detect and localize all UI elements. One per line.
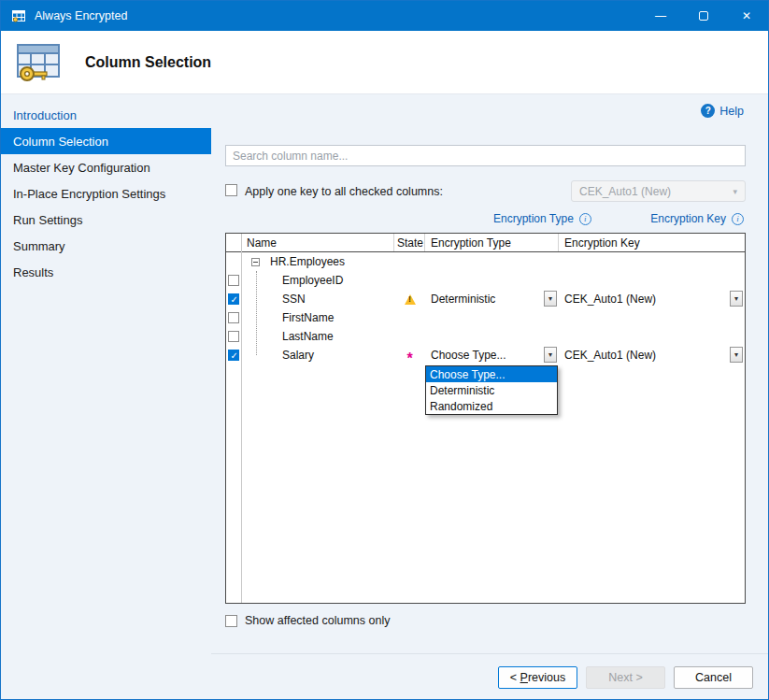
help-icon: ? [701,104,715,118]
encryption-key-link-label: Encryption Key [650,212,726,225]
grid-header-name: Name [241,234,394,251]
cancel-button[interactable]: Cancel [674,666,753,689]
table-row-lastname[interactable]: LastName [226,327,745,346]
sidebar-item-column-selection[interactable]: Column Selection [1,128,211,154]
grid-header-encryption-key: Encryption Key [559,234,745,251]
table-row-hr-employees[interactable]: HR.Employees [226,252,745,271]
grid-header-encryption-type: Encryption Type [425,234,559,251]
next-button[interactable]: Next > [586,666,665,689]
encryption-key-link[interactable]: Encryption Key i [650,212,744,225]
minimize-button[interactable]: — [639,1,682,31]
app-icon [11,8,26,23]
encryption-type-link-label: Encryption Type [493,212,574,225]
column-checkbox-employeeid[interactable] [228,275,239,286]
dropdown-option-deterministic[interactable]: Deterministic [426,382,557,398]
show-affected-checkbox[interactable] [225,615,237,627]
column-checkbox-salary[interactable] [228,350,239,361]
apply-key-dropdown[interactable]: CEK_Auto1 (New) ▾ [571,180,746,202]
column-name: FirstName [241,311,334,324]
encryption-key-dropdown-button[interactable]: ▾ [730,347,743,363]
encryption-type-dropdown-button[interactable]: ▾ [544,347,557,363]
table-row-ssn[interactable]: SSN Deterministic ▾ CEK_Auto1 (New) ▾ [226,290,745,308]
show-affected-label: Show affected columns only [245,614,390,627]
table-group-label: HR.Employees [270,255,345,268]
column-name: SSN [241,293,306,306]
wizard-steps-sidebar: Introduction Column Selection Master Key… [1,94,211,699]
wizard-buttons: < Previous Next > Cancel [498,666,753,689]
wizard-header: Column Selection [1,31,768,94]
chevron-down-icon: ▾ [733,187,737,196]
column-name: LastName [241,330,334,343]
encryption-type-link[interactable]: Encryption Type i [493,212,591,225]
encryption-key-value: CEK_Auto1 (New) [564,349,656,362]
sidebar-item-master-key-configuration[interactable]: Master Key Configuration [1,154,211,180]
window-title: Always Encrypted [35,9,127,22]
encryption-type-open-dropdown: Choose Type... Deterministic Randomized [425,365,558,415]
encryption-type-value: Deterministic [431,293,495,306]
encryption-type-value: Choose Type... [431,349,506,362]
collapse-expander-icon[interactable] [251,258,260,266]
table-row-employeeid[interactable]: EmployeeID [226,271,745,290]
grid-header-row: Name State Encryption Type Encryption Ke… [226,234,745,252]
encryption-key-value: CEK_Auto1 (New) [564,293,656,306]
sidebar-item-run-settings[interactable]: Run Settings [1,207,211,233]
table-row-salary[interactable]: Salary * Choose Type... ▾ CEK_Auto1 (New… [226,346,745,364]
wizard-body: Introduction Column Selection Master Key… [1,94,768,699]
info-icon[interactable]: i [579,213,591,225]
always-encrypted-wizard-window: Always Encrypted — ✕ Column Selection [0,0,769,700]
sidebar-item-in-place-encryption-settings[interactable]: In-Place Encryption Settings [1,180,211,207]
dropdown-option-randomized[interactable]: Randomized [426,398,557,414]
previous-button[interactable]: < Previous [498,666,577,689]
column-checkbox-lastname[interactable] [228,331,239,342]
search-column-input[interactable] [225,145,746,166]
sidebar-item-results[interactable]: Results [1,259,211,285]
encryption-key-dropdown-button[interactable]: ▾ [730,291,743,307]
apply-one-key-label: Apply one key to all checked columns: [245,185,443,198]
footer-divider [211,653,768,654]
column-checkbox-ssn[interactable] [228,293,239,305]
tree-guide-line [256,271,257,355]
titlebar: Always Encrypted — ✕ [1,1,768,31]
column-selection-content: ? Help Apply one key to all checked colu… [211,94,768,699]
sidebar-item-summary[interactable]: Summary [1,233,211,259]
maximize-icon [699,11,708,21]
info-icon[interactable]: i [732,213,744,225]
warning-icon [405,294,416,305]
page-title: Column Selection [85,54,211,71]
apply-one-key-checkbox[interactable] [225,184,237,196]
grid-header-checkbox-column [226,234,241,251]
encryption-type-dropdown-button[interactable]: ▾ [544,291,557,307]
column-name: Salary [241,349,314,362]
dropdown-option-choose-type[interactable]: Choose Type... [426,366,557,382]
maximize-button[interactable] [682,1,725,31]
table-key-icon [14,41,63,84]
sidebar-item-introduction[interactable]: Introduction [1,102,211,128]
close-button[interactable]: ✕ [725,1,768,31]
column-checkbox-firstname[interactable] [228,312,239,323]
help-link[interactable]: ? Help [701,104,744,118]
window-controls: — ✕ [639,1,768,31]
help-label: Help [719,105,744,118]
columns-grid: Name State Encryption Type Encryption Ke… [225,233,746,604]
show-affected-row: Show affected columns only [225,614,390,627]
apply-key-dropdown-value: CEK_Auto1 (New) [579,185,671,198]
required-asterisk-icon: * [406,354,412,364]
grid-header-state: State [394,234,425,251]
table-row-firstname[interactable]: FirstName [226,308,745,327]
